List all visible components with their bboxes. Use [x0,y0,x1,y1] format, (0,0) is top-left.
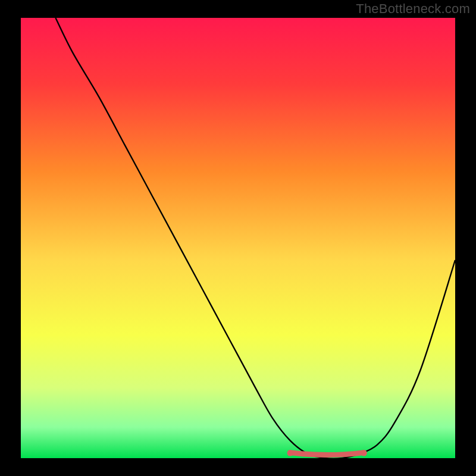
chart-frame: TheBottleneck.com [0,0,476,476]
plot-area [21,18,455,458]
local-minimum-endpoint-right [361,450,367,456]
bottleneck-curve [55,18,455,458]
local-minimum-endpoint-left [287,450,293,456]
curve-layer [21,18,455,458]
watermark-text: TheBottleneck.com [356,1,470,17]
local-minimum-marker [290,453,364,455]
